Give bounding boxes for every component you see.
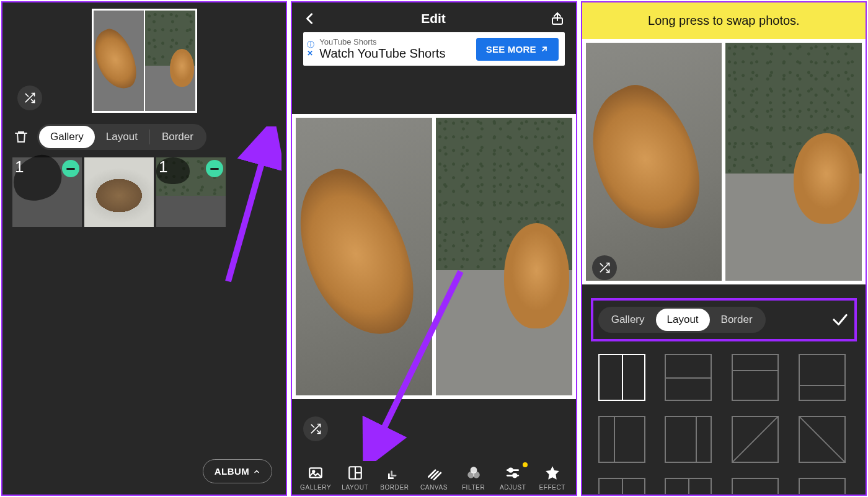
layout-option-partial[interactable] <box>598 478 645 494</box>
tool-label: LAYOUT <box>342 484 368 491</box>
ad-text: YouTube Shorts Watch YouTube Shorts <box>319 37 445 61</box>
segment-layout[interactable]: Layout <box>656 309 710 331</box>
layout-option-bottom-third[interactable] <box>799 354 846 401</box>
bottom-toolbar: GALLERY LAYOUT BORDER CANVAS FILTER ADJU… <box>292 461 575 495</box>
ad-small-text: YouTube Shorts <box>319 37 445 46</box>
segment-layout[interactable]: Layout <box>95 126 149 148</box>
toolbar-row: Gallery Layout Border <box>2 118 286 155</box>
tool-effect[interactable]: EFFECT <box>534 465 571 491</box>
svg-line-19 <box>800 417 844 462</box>
thumbnail-1[interactable]: 1 <box>12 157 82 227</box>
adjust-icon <box>505 465 521 481</box>
segment-gallery[interactable]: Gallery <box>600 309 656 331</box>
layout-option-vertical-split[interactable] <box>598 354 645 401</box>
tool-canvas[interactable]: CANVAS <box>415 465 453 491</box>
tool-label: GALLERY <box>300 484 331 491</box>
collage-preview-area <box>2 2 286 118</box>
segmented-control: Gallery Layout Border <box>37 124 206 150</box>
layout-option-partial[interactable] <box>732 478 779 494</box>
collage-canvas[interactable] <box>582 39 866 284</box>
svg-line-18 <box>733 417 777 462</box>
layout-option-partial[interactable] <box>665 478 712 494</box>
edit-header: Edit <box>292 2 575 32</box>
edit-title: Edit <box>421 11 446 26</box>
svg-point-14 <box>509 468 512 472</box>
segment-gallery[interactable]: Gallery <box>39 126 95 148</box>
svg-point-16 <box>513 474 516 477</box>
effect-star-icon <box>544 465 560 481</box>
layout-option-diagonal-tlbr[interactable] <box>799 416 846 463</box>
layout-option-partial[interactable] <box>799 478 846 494</box>
tool-label: FILTER <box>462 484 485 491</box>
shuffle-button[interactable] <box>17 86 42 110</box>
shuffle-icon <box>598 262 611 274</box>
thumbnail-remove-button[interactable] <box>62 160 79 177</box>
segmented-control: Gallery Layout Border <box>598 307 766 333</box>
shuffle-button[interactable] <box>303 416 328 441</box>
share-icon[interactable] <box>550 11 565 26</box>
layout-option-left-third[interactable] <box>598 416 645 463</box>
thumbnail-3[interactable]: 1 <box>156 157 226 227</box>
ad-markers: ⓘ ✕ <box>307 41 314 57</box>
tool-adjust[interactable]: ADJUST <box>494 465 531 491</box>
ad-close-icon[interactable]: ✕ <box>307 50 314 57</box>
screen-edit: Edit ⓘ ✕ YouTube Shorts Watch YouTube Sh… <box>291 1 577 496</box>
ad-big-text: Watch YouTube Shorts <box>319 46 445 61</box>
filter-icon <box>466 465 482 481</box>
tool-gallery[interactable]: GALLERY <box>297 465 334 491</box>
preview-cell-left[interactable] <box>94 11 144 111</box>
notification-dot <box>523 462 528 467</box>
chevron-up-icon <box>253 468 260 475</box>
tool-label: CANVAS <box>420 484 448 491</box>
canvas-cell-left[interactable] <box>296 118 432 395</box>
canvas-cell-right[interactable] <box>436 118 572 395</box>
segment-border[interactable]: Border <box>151 126 205 148</box>
layout-option-right-third[interactable] <box>665 416 712 463</box>
tool-border[interactable]: BORDER <box>376 465 413 491</box>
shuffle-button[interactable] <box>592 255 617 280</box>
highlighted-segment-row: Gallery Layout Border <box>591 298 857 341</box>
ad-info-icon[interactable]: ⓘ <box>307 41 314 48</box>
preview-cell-right[interactable] <box>145 11 195 111</box>
back-chevron-icon[interactable] <box>303 12 317 25</box>
thumbnail-selected-index: 1 <box>159 157 167 177</box>
layout-option-top-third[interactable] <box>732 354 779 401</box>
hint-banner: Long press to swap photos. <box>582 2 866 39</box>
layout-option-horizontal-split[interactable] <box>665 354 712 401</box>
ad-cta-label: SEE MORE <box>486 44 536 55</box>
canvas-cell-right[interactable] <box>725 43 862 281</box>
canvas-icon <box>426 465 442 481</box>
layout-icon <box>347 465 363 481</box>
tool-label: ADJUST <box>500 484 526 491</box>
collage-canvas[interactable] <box>292 114 575 399</box>
trash-icon[interactable] <box>14 130 29 144</box>
tool-label: EFFECT <box>539 484 566 491</box>
border-icon <box>386 465 402 481</box>
tool-label: BORDER <box>380 484 409 491</box>
shuffle-icon <box>309 423 322 435</box>
album-picker-label: ALBUM <box>215 466 250 477</box>
tool-filter[interactable]: FILTER <box>455 465 492 491</box>
thumbnail-remove-button[interactable] <box>206 160 223 177</box>
ad-banner[interactable]: ⓘ ✕ YouTube Shorts Watch YouTube Shorts … <box>303 32 564 66</box>
svg-point-12 <box>472 472 479 478</box>
confirm-checkmark[interactable] <box>831 310 849 329</box>
album-picker-button[interactable]: ALBUM <box>203 459 273 483</box>
thumbnail-2[interactable] <box>84 157 154 227</box>
layout-option-diagonal-bltr[interactable] <box>732 416 779 463</box>
collage-preview[interactable] <box>92 9 197 113</box>
layout-grid <box>582 351 866 496</box>
external-link-icon <box>540 45 549 53</box>
shuffle-icon <box>24 92 36 104</box>
canvas-cell-left[interactable] <box>586 43 722 281</box>
gallery-icon <box>308 465 324 481</box>
thumbnail-selected-index: 1 <box>15 157 24 177</box>
album-thumbnails: 1 1 <box>2 155 286 229</box>
segment-border[interactable]: Border <box>710 309 764 331</box>
screen-gallery-picker: Gallery Layout Border 1 1 ALBUM <box>1 1 287 496</box>
screen-layout-picker: Long press to swap photos. Gallery Layou… <box>581 1 867 496</box>
ad-cta-button[interactable]: SEE MORE <box>476 38 559 61</box>
segment-divider <box>149 130 150 144</box>
tool-layout[interactable]: LAYOUT <box>337 465 374 491</box>
confirm-checkmark[interactable] <box>257 128 275 146</box>
